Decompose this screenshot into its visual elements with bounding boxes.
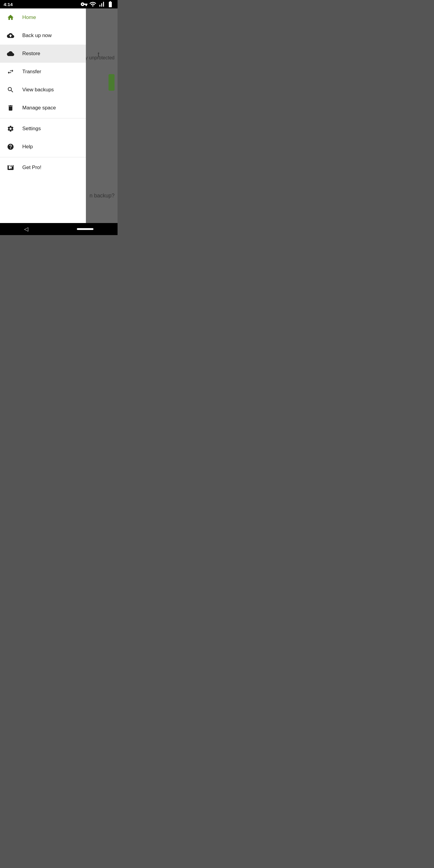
- status-icons: [81, 1, 114, 8]
- sidebar-item-label-help: Help: [22, 144, 33, 150]
- sidebar-item-help[interactable]: Help: [0, 138, 86, 156]
- key-icon: [81, 1, 88, 8]
- sidebar-item-managespace[interactable]: Manage space: [0, 99, 86, 117]
- sidebar-item-label-managespace: Manage space: [22, 105, 56, 111]
- restore-icon: [6, 50, 15, 57]
- sidebar-item-label-getpro: Get Pro!: [22, 164, 41, 170]
- signal-icon: [98, 1, 105, 8]
- status-bar: 4:14: [0, 0, 118, 8]
- home-indicator[interactable]: [77, 228, 93, 230]
- trash-icon: [6, 104, 15, 112]
- sidebar-item-label-transfer: Transfer: [22, 69, 41, 75]
- divider-1: [0, 118, 86, 119]
- sidebar-item-backup[interactable]: Back up now: [0, 27, 86, 44]
- sidebar-item-label-settings: Settings: [22, 126, 41, 132]
- sidebar-item-label-home: Home: [22, 14, 36, 21]
- battery-icon: [107, 1, 114, 8]
- transfer-icon: [6, 68, 15, 75]
- status-time: 4:14: [4, 2, 13, 7]
- sidebar-item-viewbackups[interactable]: View backups: [0, 81, 86, 99]
- wifi-icon: [89, 1, 96, 8]
- nav-drawer: Home Back up now Restore Transfer: [0, 8, 86, 223]
- store-icon: [6, 164, 15, 171]
- sidebar-item-label-viewbackups: View backups: [22, 87, 54, 93]
- sidebar-item-label-restore: Restore: [22, 51, 40, 57]
- settings-icon: [6, 125, 15, 132]
- home-icon: [6, 14, 15, 21]
- bg-text-unprotected: y unprotected: [85, 55, 115, 61]
- sidebar-item-getpro[interactable]: Get Pro!: [0, 158, 86, 177]
- bg-green-button: [108, 74, 115, 91]
- sidebar-item-home[interactable]: Home: [0, 8, 86, 27]
- search-icon: [6, 86, 15, 93]
- backup-icon: [6, 32, 15, 39]
- sidebar-item-restore[interactable]: Restore: [0, 44, 86, 63]
- divider-2: [0, 157, 86, 157]
- sidebar-item-settings[interactable]: Settings: [0, 120, 86, 138]
- sidebar-item-transfer[interactable]: Transfer: [0, 63, 86, 81]
- bg-text-backup: n backup?: [90, 193, 115, 199]
- back-button[interactable]: ◁: [24, 226, 28, 232]
- sidebar-item-label-backup: Back up now: [22, 33, 52, 38]
- bottom-nav-bar: ◁: [0, 223, 118, 235]
- help-icon: [6, 143, 15, 150]
